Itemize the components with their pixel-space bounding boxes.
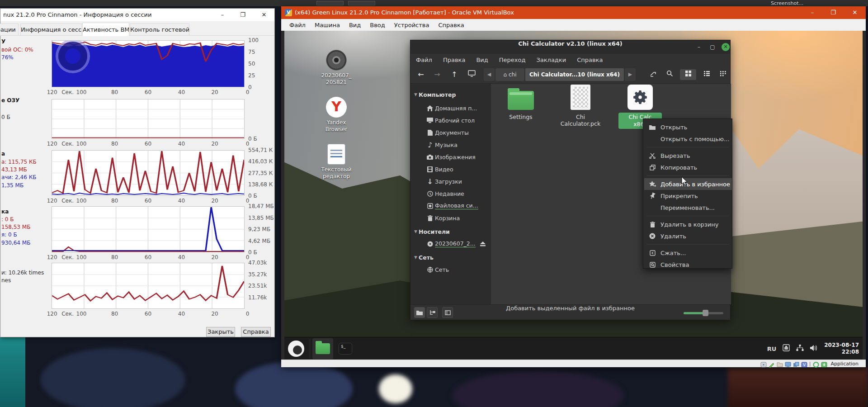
menu-help[interactable]: Справка [434, 22, 468, 28]
minimize-button[interactable]: – [805, 6, 820, 19]
context-item-move-to-trash[interactable]: Удалить в корзину [644, 218, 732, 230]
context-item-copy[interactable]: Копировать [644, 161, 732, 173]
tab-vm-activity[interactable]: Активность ВМ [82, 23, 129, 36]
computer-icon[interactable] [466, 69, 477, 80]
context-item-rename[interactable]: Переименовать... [644, 202, 732, 213]
desktop-icon-yandex-browser[interactable]: Y Yandex Browser [316, 97, 357, 133]
desktop-icon-text-editor[interactable]: Текстовый редактор [316, 144, 357, 180]
minimize-button[interactable]: – [213, 9, 232, 21]
breadcrumb-scroll-left-icon[interactable]: ◀ [484, 68, 495, 81]
cinnamon-menu-button[interactable] [288, 341, 304, 357]
keyboard-layout-indicator[interactable]: RU [767, 345, 777, 352]
sidebar-item-network[interactable]: Сеть [410, 264, 491, 275]
removable-media-icon[interactable] [783, 344, 790, 353]
sidebar-item-downloads[interactable]: ↓ Загрузки [410, 176, 491, 187]
tab-guest-control[interactable]: Контроль гостевой ОС [130, 24, 189, 36]
sidebar-item-pictures[interactable]: Изображения [410, 151, 491, 162]
menu-devices[interactable]: Устройства [390, 22, 434, 28]
taskbar-file-manager[interactable] [312, 338, 333, 359]
context-item-pin[interactable]: Прикрепить [644, 190, 732, 202]
host-desktop-icon-label[interactable]: Screenshot... [771, 0, 803, 6]
chevron-down-icon[interactable]: ▼ [410, 229, 419, 234]
forward-button[interactable]: → [431, 69, 443, 80]
list-view-icon[interactable] [701, 69, 712, 80]
eject-icon[interactable] [480, 240, 486, 248]
pen-icon[interactable] [769, 361, 775, 367]
vbox-titlebar[interactable]: V (x64) Green Linux 21.2.0 Pro Cinnamon … [281, 6, 866, 19]
sidebar-item-disc[interactable]: 20230607_2... [410, 238, 491, 249]
breadcrumb-scroll-right-icon[interactable]: ▶ [625, 68, 636, 81]
context-item-compress[interactable]: Сжать... [644, 247, 732, 259]
network-icon[interactable] [796, 345, 804, 353]
display-icon[interactable] [785, 361, 791, 367]
desktop-icon-disc[interactable]: 20230607_ 205821 [316, 50, 357, 86]
grid-view-icon[interactable] [680, 69, 696, 80]
hide-sidebar-icon[interactable] [442, 307, 453, 318]
close-button[interactable]: ✕ [255, 9, 274, 21]
sidebar-item-desktop[interactable]: Рабочий стол [410, 115, 491, 126]
menu-input[interactable]: Ввод [365, 22, 390, 28]
zoom-slider-knob[interactable] [703, 310, 708, 316]
sidebar-item-filesystem[interactable]: Файловая си... [410, 200, 491, 211]
file-settings-folder[interactable]: Settings [499, 87, 542, 120]
menu-edit[interactable]: Правка [443, 57, 465, 63]
menu-file[interactable]: Файл [416, 57, 432, 63]
taskbar-terminal[interactable]: $_ [336, 338, 355, 359]
folder-icon[interactable] [777, 361, 783, 367]
compact-view-icon[interactable] [717, 69, 729, 80]
menu-file[interactable]: Файл [285, 22, 310, 28]
maximize-button[interactable]: ▢ [708, 43, 717, 51]
sidebar-item-trash[interactable]: Корзина [410, 213, 491, 223]
close-button[interactable]: ✕ [847, 6, 863, 19]
minimize-button[interactable]: – [694, 43, 703, 51]
help-button[interactable]: Справка [241, 327, 271, 337]
breadcrumb-home[interactable]: ⌂ chi [495, 68, 524, 81]
host-wallpaper-shape [235, 362, 353, 407]
toggle-places-icon[interactable] [414, 307, 425, 318]
tab-configuration[interactable]: урации [0, 24, 19, 36]
context-item-delete[interactable]: Удалить [644, 230, 732, 242]
virtualization-icon[interactable]: V [801, 361, 807, 367]
menu-machine[interactable]: Машина [310, 22, 344, 28]
sidebar-item-videos[interactable]: Видео [410, 164, 491, 175]
clock[interactable]: 2023-08-17 22:08 [824, 342, 859, 355]
up-button[interactable]: ↑ [448, 69, 460, 80]
breadcrumb-current[interactable]: Chi Calculator...10 (linux x64) [525, 68, 624, 81]
chevron-down-icon[interactable]: ▼ [410, 92, 419, 97]
menu-help[interactable]: Справка [577, 57, 603, 63]
toggle-treeview-icon[interactable] [427, 307, 438, 318]
menu-bookmarks[interactable]: Закладки [536, 57, 566, 63]
maximize-button[interactable]: ❐ [826, 6, 841, 19]
menu-view[interactable]: Вид [476, 57, 488, 63]
sidebar-item-music[interactable]: ♪ Музыка [410, 139, 491, 150]
context-item-properties[interactable]: Свойства [644, 259, 732, 270]
sidebar-section-network[interactable]: ▼ Сеть [410, 252, 491, 263]
nemo-titlebar[interactable]: Chi Calculator v2.10 (linux x64) – ▢ ✕ [410, 40, 730, 54]
tablet-icon[interactable] [760, 361, 767, 367]
menu-view[interactable]: Вид [344, 22, 365, 28]
close-button[interactable]: ✕ [722, 43, 730, 51]
volume-icon[interactable] [810, 345, 818, 353]
chevron-down-icon[interactable]: ▼ [410, 255, 419, 260]
edit-location-icon[interactable] [647, 69, 659, 80]
context-item-open-with[interactable]: Открыть с помощью... [644, 133, 732, 145]
session-titlebar[interactable]: nux 21.2.0 Pro Cinnamon - Информация о с… [0, 9, 274, 21]
close-dialog-button[interactable]: Закрыть [206, 327, 235, 337]
sidebar-item-home[interactable]: Домашняя п... [410, 103, 491, 114]
maximize-button[interactable]: ❐ [233, 9, 252, 21]
back-button[interactable]: ← [415, 69, 427, 80]
context-item-cut[interactable]: Вырезать [644, 150, 732, 161]
sidebar-section-media[interactable]: ▼ Носители [410, 226, 491, 237]
host-io-icon[interactable] [813, 361, 819, 367]
file-chi-calculator-pck[interactable]: Chi Calculator.pck [559, 85, 602, 127]
sidebar-item-recent[interactable]: Недавние [410, 188, 491, 199]
context-item-add-to-favorites[interactable]: Добавить в избранное [644, 178, 732, 190]
guest-additions-icon[interactable] [821, 361, 827, 367]
context-item-open[interactable]: Открыть [644, 121, 732, 133]
windows-icon[interactable] [793, 361, 799, 367]
search-icon[interactable] [664, 69, 675, 80]
sidebar-item-documents[interactable]: Документы [410, 127, 491, 138]
sidebar-section-computer[interactable]: ▼ Компьютер [410, 89, 491, 100]
tab-session-info[interactable]: Информация о сессии [20, 24, 82, 36]
menu-go[interactable]: Переход [499, 57, 526, 63]
